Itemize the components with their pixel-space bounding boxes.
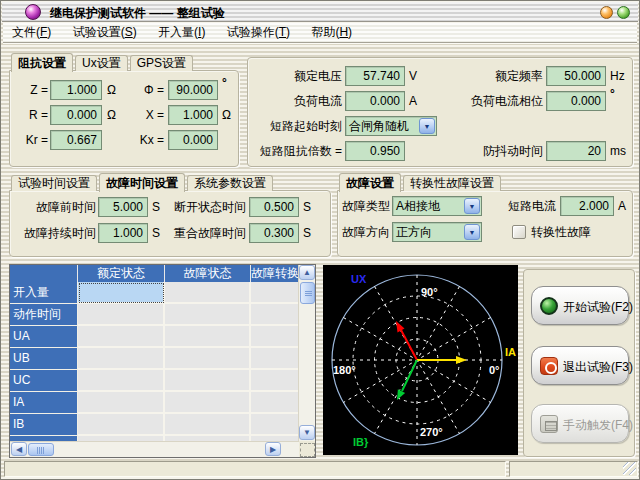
angle-label-180: 180° bbox=[333, 364, 356, 376]
table-cell[interactable] bbox=[78, 304, 165, 326]
table-cell-selected[interactable] bbox=[78, 282, 165, 304]
kx-field[interactable]: 0.000 bbox=[168, 130, 218, 150]
action-button-panel: 开始试验(F2) 退出试验(F3) 手动触发(F4) bbox=[523, 269, 635, 457]
vector-red bbox=[401, 330, 417, 360]
short-current-unit: A bbox=[618, 196, 626, 216]
reclose-fault-label: 重合故障时间 bbox=[166, 223, 246, 243]
system-menu-icon[interactable] bbox=[25, 4, 41, 20]
load-phase-unit: ° bbox=[610, 88, 615, 102]
column-header-fault-convert[interactable]: 故障转换 bbox=[251, 265, 298, 282]
table-cell[interactable] bbox=[78, 392, 165, 414]
tab-gps-settings[interactable]: GPS设置 bbox=[130, 55, 193, 71]
convert-fault-checkbox[interactable] bbox=[512, 225, 526, 239]
table-cell[interactable] bbox=[251, 282, 298, 304]
row-header[interactable]: 动作时间 bbox=[10, 304, 78, 326]
row-header[interactable]: 开入量 bbox=[10, 282, 78, 304]
table-cell[interactable] bbox=[251, 348, 298, 370]
kr-label: Kr = bbox=[14, 130, 48, 150]
rated-voltage-field[interactable]: 57.740 bbox=[345, 66, 405, 86]
phi-field[interactable]: 90.000 bbox=[168, 80, 218, 100]
debounce-field[interactable]: 20 bbox=[546, 141, 606, 161]
row-header[interactable]: IB bbox=[10, 414, 78, 436]
manual-trigger-button[interactable]: 手动触发(F4) bbox=[531, 404, 629, 443]
menu-file[interactable]: 文件(F) bbox=[3, 23, 60, 42]
fault-direction-label: 故障方向 bbox=[342, 222, 390, 242]
pre-fault-field[interactable]: 5.000 bbox=[98, 197, 148, 217]
tab-test-time[interactable]: 试验时间设置 bbox=[11, 175, 97, 191]
vertical-scroll-thumb[interactable] bbox=[300, 282, 315, 304]
load-current-field[interactable]: 0.000 bbox=[345, 91, 405, 111]
table-cell[interactable] bbox=[165, 326, 251, 348]
row-header[interactable]: UC bbox=[10, 370, 78, 392]
chevron-down-icon[interactable]: ▼ bbox=[464, 198, 480, 214]
table-cell[interactable] bbox=[165, 304, 251, 326]
time-tab-control: 试验时间设置 故障时间设置 系统参数设置 故障前时间 5.000 S 断开状态时… bbox=[9, 173, 331, 257]
table-cell[interactable] bbox=[78, 370, 165, 392]
scroll-down-icon[interactable]: ▼ bbox=[299, 425, 315, 440]
tab-system-params[interactable]: 系统参数设置 bbox=[187, 175, 273, 191]
table-cell[interactable] bbox=[165, 282, 251, 304]
tab-ux-settings[interactable]: Ux设置 bbox=[75, 55, 128, 71]
tab-fault-settings[interactable]: 故障设置 bbox=[339, 173, 401, 192]
kr-field[interactable]: 0.667 bbox=[50, 130, 102, 150]
r-field[interactable]: 0.000 bbox=[50, 105, 102, 125]
fault-type-dropdown[interactable]: A相接地 ▼ bbox=[392, 196, 482, 216]
table-cell[interactable] bbox=[78, 326, 165, 348]
scroll-left-icon[interactable]: ◀ bbox=[11, 442, 27, 456]
short-current-field[interactable]: 2.000 bbox=[560, 196, 614, 216]
close-button[interactable] bbox=[617, 6, 630, 19]
table-cell[interactable] bbox=[165, 348, 251, 370]
fault-duration-field[interactable]: 1.000 bbox=[98, 223, 148, 243]
table-cell[interactable] bbox=[251, 326, 298, 348]
manual-trigger-icon bbox=[540, 415, 558, 433]
chevron-down-icon[interactable]: ▼ bbox=[419, 118, 435, 134]
table-cell[interactable] bbox=[78, 414, 165, 436]
time-tabs: 试验时间设置 故障时间设置 系统参数设置 bbox=[11, 173, 275, 191]
row-header[interactable]: IA bbox=[10, 392, 78, 414]
menu-test-operation[interactable]: 试验操作(T) bbox=[218, 23, 299, 42]
vector-green-arrowhead bbox=[397, 389, 405, 400]
table-cell[interactable] bbox=[251, 414, 298, 436]
table-cell[interactable] bbox=[251, 304, 298, 326]
table-cell[interactable] bbox=[165, 414, 251, 436]
tab-convert-fault-settings[interactable]: 转换性故障设置 bbox=[403, 175, 501, 191]
impedance-mult-field[interactable]: 0.950 bbox=[345, 141, 405, 161]
rated-freq-field[interactable]: 50.000 bbox=[546, 66, 606, 86]
vertical-scrollbar[interactable]: ▲ ▼ bbox=[298, 265, 315, 441]
row-header[interactable]: UB bbox=[10, 348, 78, 370]
short-start-dropdown[interactable]: 合闸角随机 ▼ bbox=[345, 116, 437, 136]
fault-direction-dropdown[interactable]: 正方向 ▼ bbox=[392, 222, 482, 242]
start-test-button[interactable]: 开始试验(F2) bbox=[531, 286, 629, 325]
column-header-fault-state[interactable]: 故障状态 bbox=[165, 265, 251, 282]
minimize-button[interactable] bbox=[600, 6, 613, 19]
load-phase-field[interactable]: 0.000 bbox=[546, 91, 606, 111]
table-cell[interactable] bbox=[165, 392, 251, 414]
menu-binary-input[interactable]: 开入量(I) bbox=[149, 23, 214, 42]
table-cell[interactable] bbox=[251, 392, 298, 414]
tab-impedance-settings[interactable]: 阻抗设置 bbox=[11, 53, 73, 72]
scrollbar-corner bbox=[300, 443, 315, 457]
exit-test-button[interactable]: 退出试验(F3) bbox=[531, 346, 629, 385]
angle-label-90: 90° bbox=[421, 286, 438, 298]
resize-grip[interactable] bbox=[623, 462, 636, 475]
table-cell[interactable] bbox=[78, 348, 165, 370]
impedance-mult-label: 短路阻抗倍数 = bbox=[248, 141, 342, 161]
horizontal-scroll-thumb[interactable] bbox=[28, 443, 54, 456]
menu-help[interactable]: 帮助(H) bbox=[302, 23, 361, 42]
scroll-up-icon[interactable]: ▲ bbox=[299, 265, 315, 280]
scroll-right-icon[interactable]: ▶ bbox=[265, 442, 281, 456]
chevron-down-icon[interactable]: ▼ bbox=[464, 224, 480, 240]
menu-test-settings[interactable]: 试验设置(S) bbox=[64, 23, 146, 42]
horizontal-scrollbar[interactable]: ◀ ▶ bbox=[10, 441, 299, 457]
reclose-fault-field[interactable]: 0.300 bbox=[249, 223, 299, 243]
z-field[interactable]: 1.000 bbox=[50, 80, 102, 100]
row-header[interactable]: UA bbox=[10, 326, 78, 348]
open-state-field[interactable]: 0.500 bbox=[249, 197, 299, 217]
tab-fault-time[interactable]: 故障时间设置 bbox=[99, 173, 185, 192]
x-field[interactable]: 1.000 bbox=[168, 105, 218, 125]
column-header-rated-state[interactable]: 额定状态 bbox=[78, 265, 165, 282]
debounce-unit: ms bbox=[610, 141, 626, 161]
impedance-pane: Z = 1.000 Ω Φ = 90.000 ° R = 0.000 Ω X =… bbox=[9, 70, 239, 167]
table-cell[interactable] bbox=[165, 370, 251, 392]
table-cell[interactable] bbox=[251, 370, 298, 392]
